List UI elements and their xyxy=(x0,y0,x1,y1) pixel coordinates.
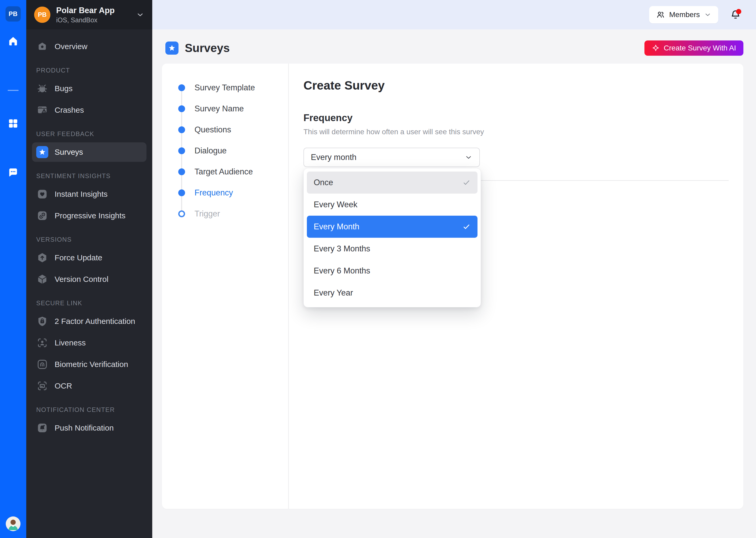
chevron-down-icon xyxy=(465,153,473,161)
sidebar-item-biometric-verification[interactable]: Biometric Verification xyxy=(32,355,147,374)
home-icon[interactable] xyxy=(7,35,20,48)
step-trigger[interactable]: Trigger xyxy=(178,203,288,224)
sidebar-nav: Overview PRODUCT Bugs Crashes USER FEEDB… xyxy=(26,29,152,538)
option-every-week[interactable]: Every Week xyxy=(307,193,478,216)
option-once[interactable]: Once xyxy=(307,172,478,193)
sidebar-item-crashes[interactable]: Crashes xyxy=(32,100,147,120)
chat-icon[interactable] xyxy=(7,166,20,179)
step-dot xyxy=(178,105,185,112)
overview-icon xyxy=(36,40,48,53)
bug-icon xyxy=(36,82,48,94)
survey-stepper: Survey Template Survey Name Questions Di… xyxy=(162,64,289,509)
user-avatar[interactable] xyxy=(6,516,21,531)
link-square-icon xyxy=(36,210,48,222)
step-dot xyxy=(178,210,185,217)
step-content: Create Survey Frequency This will determ… xyxy=(289,64,743,509)
sidebar-item-ocr[interactable]: OCR xyxy=(32,376,147,396)
app-switcher[interactable]: PB Polar Bear App iOS, SandBox xyxy=(26,0,152,29)
panel-title: Create Survey xyxy=(304,78,729,92)
hexagon-upload-icon xyxy=(36,252,48,264)
step-dot xyxy=(178,168,185,175)
app-meta: iOS, SandBox xyxy=(56,16,115,24)
frequency-section-title: Frequency xyxy=(304,112,729,124)
chevron-down-icon xyxy=(704,11,711,19)
create-survey-ai-label: Create Survey With AI xyxy=(664,44,736,52)
check-icon xyxy=(462,178,471,187)
section-versions: VERSIONS xyxy=(36,236,142,243)
section-product: PRODUCT xyxy=(36,67,142,74)
step-dot xyxy=(178,189,185,196)
section-secure-link: SECURE LINK xyxy=(36,299,142,307)
step-dot xyxy=(178,147,185,154)
page-header: Surveys Create Survey With AI xyxy=(152,29,756,56)
sidebar-item-bugs[interactable]: Bugs xyxy=(32,79,147,98)
option-every-6-months[interactable]: Every 6 Months xyxy=(307,260,478,282)
cube-icon xyxy=(36,273,48,285)
option-every-year[interactable]: Every Year xyxy=(307,282,478,304)
sidebar-item-force-update[interactable]: Force Update xyxy=(32,248,147,267)
check-icon xyxy=(462,223,471,231)
step-dialogue[interactable]: Dialogue xyxy=(178,140,288,161)
workspace-logo[interactable]: PB xyxy=(6,6,21,22)
notification-dot xyxy=(736,9,741,14)
create-survey-card: Survey Template Survey Name Questions Di… xyxy=(162,64,743,509)
app-avatar: PB xyxy=(34,7,50,23)
sidebar-item-overview[interactable]: Overview xyxy=(32,37,147,56)
step-target-audience[interactable]: Target Audience xyxy=(178,161,288,182)
topbar: Members xyxy=(152,0,756,29)
crash-window-icon xyxy=(36,104,48,116)
sidebar-item-version-control[interactable]: Version Control xyxy=(32,270,147,289)
shield-lock-icon xyxy=(36,315,48,327)
app-name: Polar Bear App xyxy=(56,6,115,15)
page-title: Surveys xyxy=(185,41,230,55)
heart-square-icon xyxy=(36,188,48,200)
main-area: Members Surveys Create Survey With AI xyxy=(152,0,756,538)
step-questions[interactable]: Questions xyxy=(178,119,288,140)
rail-divider xyxy=(8,90,19,91)
step-dot xyxy=(178,84,185,91)
frequency-section-description: This will determine how often a user wil… xyxy=(304,128,729,136)
fingerprint-icon xyxy=(36,358,48,370)
sidebar-item-push-notification[interactable]: Push Notification xyxy=(32,418,147,438)
members-label: Members xyxy=(669,11,700,19)
sidebar-item-instant-insights[interactable]: Instant Insights xyxy=(32,185,147,204)
section-notification-center: NOTIFICATION CENTER xyxy=(36,406,142,413)
app-rail: PB xyxy=(0,0,26,538)
section-user-feedback: USER FEEDBACK xyxy=(36,130,142,138)
frequency-select[interactable]: Every month xyxy=(304,148,480,167)
sidebar-item-surveys[interactable]: Surveys xyxy=(32,142,147,162)
step-survey-name[interactable]: Survey Name xyxy=(178,98,288,119)
step-survey-template[interactable]: Survey Template xyxy=(178,77,288,98)
create-survey-ai-button[interactable]: Create Survey With AI xyxy=(644,40,743,56)
sidebar: PB Polar Bear App iOS, SandBox Overview … xyxy=(26,0,152,538)
option-every-3-months[interactable]: Every 3 Months xyxy=(307,238,478,260)
surveys-page-icon xyxy=(165,41,178,55)
section-sentiment-insights: SENTIMENT INSIGHTS xyxy=(36,172,142,180)
step-dot xyxy=(178,126,185,133)
apps-grid-icon[interactable] xyxy=(7,117,20,130)
card-scan-icon xyxy=(36,380,48,392)
bell-square-icon xyxy=(36,422,48,434)
sparkle-icon xyxy=(652,44,660,52)
members-icon xyxy=(656,10,665,19)
chevron-down-icon xyxy=(136,11,144,19)
frequency-dropdown: Once Every Week Every Month Every 3 xyxy=(304,168,481,307)
sidebar-item-2fa[interactable]: 2 Factor Authentication xyxy=(32,311,147,331)
notifications-bell-icon[interactable] xyxy=(729,8,742,21)
members-button[interactable]: Members xyxy=(649,6,718,24)
sidebar-item-progressive-insights[interactable]: Progressive Insights xyxy=(32,206,147,225)
option-every-month[interactable]: Every Month xyxy=(307,216,478,238)
face-scan-icon xyxy=(36,337,48,349)
sidebar-item-liveness[interactable]: Liveness xyxy=(32,333,147,352)
step-frequency[interactable]: Frequency xyxy=(178,182,288,203)
surveys-star-icon xyxy=(36,146,48,158)
frequency-select-value: Every month xyxy=(311,153,356,162)
